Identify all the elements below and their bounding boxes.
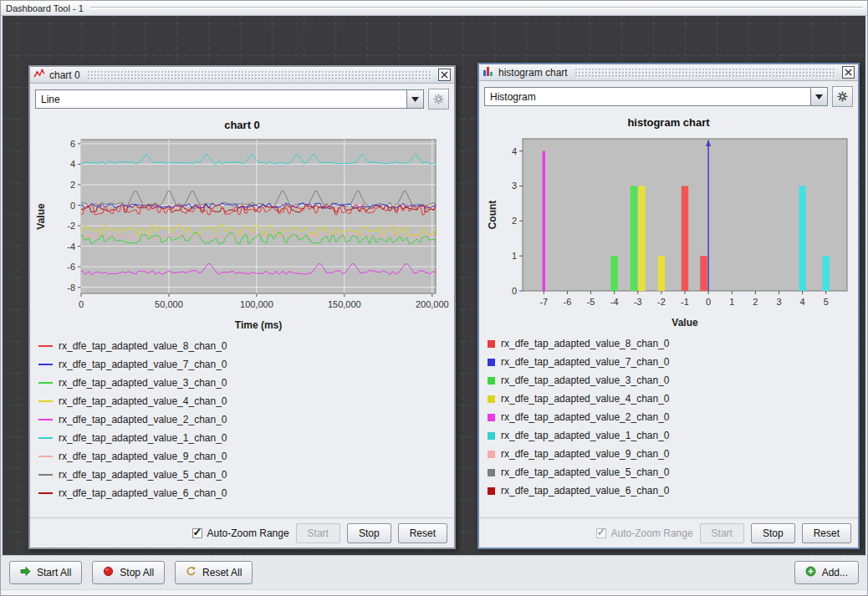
reset-button[interactable]: Reset [398, 523, 447, 543]
stop-all-icon [103, 566, 114, 579]
legend-marker [488, 487, 495, 495]
chart-title: histogram chart [479, 112, 858, 130]
svg-text:5: 5 [824, 297, 829, 307]
checkbox-icon[interactable] [192, 528, 202, 538]
svg-text:4: 4 [800, 297, 805, 307]
window-titlebar[interactable]: histogram chart [479, 64, 858, 81]
legend-marker [488, 340, 495, 348]
add-label: Add... [822, 567, 848, 578]
legend-item: rx_dfe_tap_adapted_value_8_chan_0 [488, 334, 858, 353]
legend-item: rx_dfe_tap_adapted_value_5_chan_0 [488, 463, 858, 481]
chevron-down-icon[interactable] [810, 88, 827, 105]
legend-label: rx_dfe_tap_adapted_value_4_chan_0 [501, 393, 670, 405]
gear-icon [836, 90, 849, 103]
close-icon[interactable] [438, 69, 451, 81]
legend-item: rx_dfe_tap_adapted_value_4_chan_0 [38, 392, 454, 410]
chart-type-value: Line [36, 90, 406, 108]
legend-item: rx_dfe_tap_adapted_value_2_chan_0 [38, 410, 454, 429]
settings-button[interactable] [428, 89, 449, 110]
titlebar-texture [87, 70, 431, 80]
chart-legend: rx_dfe_tap_adapted_value_8_chan_0rx_dfe_… [30, 334, 454, 502]
svg-text:1: 1 [729, 297, 734, 307]
gear-icon [432, 93, 445, 105]
app-titlebar: Dashboard Tool - 1 [1, 1, 867, 16]
start-all-icon [20, 566, 31, 579]
svg-text:2: 2 [70, 180, 75, 190]
stop-all-label: Stop All [120, 567, 154, 578]
legend-item: rx_dfe_tap_adapted_value_4_chan_0 [488, 390, 858, 408]
chart-type-select[interactable]: Histogram [484, 87, 828, 106]
chart-controls: Histogram [479, 81, 858, 112]
legend-marker [38, 419, 53, 420]
svg-text:-5: -5 [587, 297, 595, 307]
legend-label: rx_dfe_tap_adapted_value_1_chan_0 [501, 430, 670, 441]
window-title: chart 0 [49, 69, 80, 81]
legend-label: rx_dfe_tap_adapted_value_1_chan_0 [59, 432, 227, 444]
reset-all-icon [186, 566, 197, 579]
chart-bottom-bar: Auto-Zoom Range Start Stop Reset [479, 517, 858, 548]
legend-label: rx_dfe_tap_adapted_value_4_chan_0 [59, 395, 227, 407]
stop-all-button[interactable]: Stop All [92, 561, 165, 584]
svg-text:50,000: 50,000 [155, 299, 183, 309]
app-title: Dashboard Tool - 1 [6, 3, 84, 13]
chart-type-value: Histogram [485, 88, 810, 105]
svg-text:Value: Value [671, 317, 698, 329]
svg-text:4: 4 [512, 146, 517, 156]
legend-item: rx_dfe_tap_adapted_value_6_chan_0 [488, 481, 858, 500]
svg-text:4: 4 [70, 159, 75, 169]
legend-marker [488, 414, 495, 421]
close-icon[interactable] [842, 66, 855, 79]
window-titlebar[interactable]: chart 0 [30, 67, 454, 84]
legend-marker [38, 456, 53, 457]
legend-marker [488, 359, 495, 366]
legend-label: rx_dfe_tap_adapted_value_7_chan_0 [501, 356, 670, 368]
legend-marker [38, 364, 53, 365]
start-button: Start [296, 523, 340, 543]
svg-text:1: 1 [512, 251, 517, 261]
legend-marker [38, 474, 53, 476]
legend-label: rx_dfe_tap_adapted_value_6_chan_0 [501, 485, 670, 497]
auto-zoom-label: Auto-Zoom Range [611, 527, 693, 539]
legend-marker [488, 395, 495, 403]
chart-bottom-bar: Auto-Zoom Range Start Stop Reset [30, 517, 454, 548]
svg-text:3: 3 [512, 181, 517, 191]
legend-item: rx_dfe_tap_adapted_value_3_chan_0 [488, 371, 858, 390]
add-button[interactable]: Add... [794, 561, 859, 584]
stop-button[interactable]: Stop [347, 523, 391, 543]
window-title: histogram chart [498, 67, 568, 79]
svg-text:100,000: 100,000 [240, 299, 273, 309]
reset-button[interactable]: Reset [802, 523, 851, 543]
add-icon [805, 566, 816, 579]
chart-controls: Line [30, 84, 454, 115]
legend-marker [38, 345, 53, 347]
line-chart-icon [33, 68, 45, 82]
legend-marker [488, 469, 495, 476]
svg-text:-6: -6 [564, 297, 572, 307]
titlebar-rule [90, 7, 862, 9]
auto-zoom-checkbox[interactable]: Auto-Zoom Range [192, 527, 289, 539]
svg-text:-7: -7 [539, 297, 548, 307]
svg-text:200,000: 200,000 [416, 299, 449, 309]
reset-all-button[interactable]: Reset All [175, 561, 253, 584]
settings-button[interactable] [832, 86, 853, 107]
histogram-icon [483, 65, 494, 79]
legend-marker [488, 432, 495, 440]
svg-text:2: 2 [753, 297, 758, 307]
start-all-button[interactable]: Start All [9, 561, 82, 584]
legend-item: rx_dfe_tap_adapted_value_9_chan_0 [38, 447, 454, 466]
svg-text:-6: -6 [67, 262, 75, 272]
chevron-down-icon[interactable] [406, 90, 423, 108]
svg-text:-3: -3 [634, 297, 642, 307]
legend-marker [38, 382, 53, 384]
start-button: Start [700, 523, 744, 543]
chart-type-select[interactable]: Line [35, 89, 424, 109]
stop-button[interactable]: Stop [751, 523, 795, 543]
legend-label: rx_dfe_tap_adapted_value_7_chan_0 [59, 359, 227, 370]
legend-label: rx_dfe_tap_adapted_value_3_chan_0 [501, 374, 670, 386]
legend-marker [488, 451, 495, 458]
legend-label: rx_dfe_tap_adapted_value_9_chan_0 [501, 448, 670, 460]
legend-label: rx_dfe_tap_adapted_value_5_chan_0 [59, 469, 227, 481]
window-chart-0: chart 0 Line chart 0 6420-2-4-6-8050, [28, 65, 456, 549]
bottom-toolbar: Start All Stop All Reset All Add... [1, 555, 867, 589]
legend-marker [38, 437, 53, 439]
